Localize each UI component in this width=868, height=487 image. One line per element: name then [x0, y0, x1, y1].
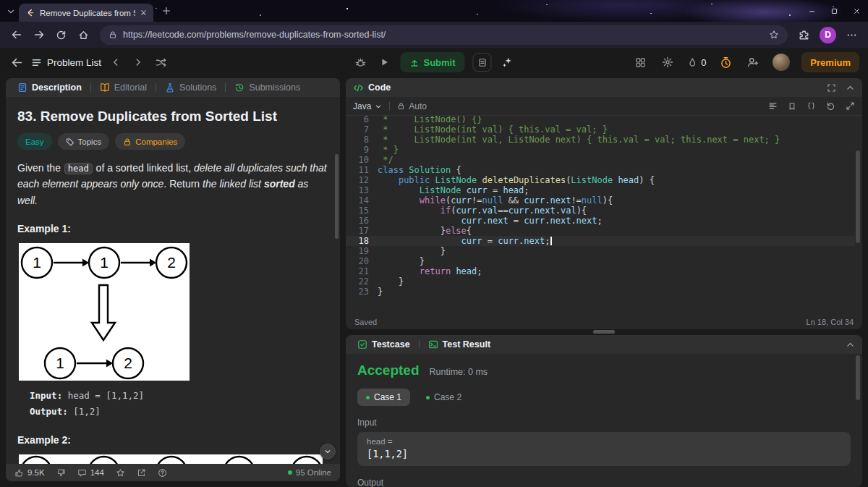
- star-button[interactable]: [116, 468, 125, 478]
- input-field-name: head =: [367, 437, 841, 446]
- streak-counter[interactable]: 0: [687, 57, 706, 68]
- code-editor-panel: Code Java Auto 6 * ListNode() {}7 * List…: [346, 78, 862, 329]
- maximize-editor-icon[interactable]: [846, 101, 855, 111]
- code-line-20[interactable]: 20 }: [346, 256, 855, 266]
- braces-icon[interactable]: [807, 101, 816, 111]
- test-scrollbar[interactable]: [856, 355, 860, 400]
- testcase-input-box[interactable]: head = [1,1,2]: [357, 432, 851, 466]
- fullscreen-icon[interactable]: [827, 83, 836, 93]
- dislike-button[interactable]: [56, 468, 66, 478]
- help-button[interactable]: [158, 468, 167, 478]
- window-minimize-button[interactable]: [801, 0, 823, 22]
- code-line-9[interactable]: 9 * }: [346, 145, 855, 155]
- code-lines: 6 * ListNode() {}7 * ListNode(int val) {…: [346, 116, 855, 297]
- panel-resize-handle[interactable]: [593, 330, 615, 334]
- code-line-18[interactable]: 18 curr = curr.next;: [346, 236, 855, 246]
- thumbs-down-icon: [56, 468, 66, 478]
- tab-search-icon[interactable]: [7, 7, 15, 16]
- tab-close-icon[interactable]: [140, 9, 147, 16]
- browser-refresh-button[interactable]: [51, 25, 72, 46]
- bookmark-icon[interactable]: [788, 102, 796, 111]
- back-arrow-icon[interactable]: [9, 54, 25, 70]
- topics-label: Topics: [78, 137, 102, 146]
- browser-profile-avatar[interactable]: D: [820, 27, 836, 43]
- collapse-panel-icon[interactable]: [846, 83, 855, 93]
- difficulty-badge[interactable]: Easy: [17, 133, 52, 150]
- code-line-16[interactable]: 16 curr.next = curr.next.next;: [346, 216, 855, 226]
- timer-icon[interactable]: [718, 54, 733, 70]
- tab-testcase[interactable]: Testcase: [353, 339, 414, 350]
- code-line-7[interactable]: 7 * ListNode(int val) { this.val = val; …: [346, 124, 855, 135]
- code-line-17[interactable]: 17 }else{: [346, 226, 855, 236]
- submit-button[interactable]: Submit: [400, 52, 464, 72]
- browser-tab[interactable]: Remove Duplicates from Sorted: [19, 4, 153, 22]
- code-editor[interactable]: 6 * ListNode() {}7 * ListNode(int val) {…: [346, 116, 855, 314]
- reset-code-icon[interactable]: [826, 101, 835, 111]
- debug-icon[interactable]: [352, 54, 368, 70]
- code-line-content: return head;: [378, 266, 482, 276]
- case-1-tab[interactable]: Case 1: [357, 389, 410, 406]
- code-line-content: }: [378, 246, 446, 256]
- description-content[interactable]: 83. Remove Duplicates from Sorted List E…: [6, 97, 340, 464]
- scroll-down-button[interactable]: [320, 444, 336, 460]
- companies-label: Companies: [135, 137, 177, 146]
- premium-button[interactable]: Premium: [801, 52, 859, 72]
- code-line-23[interactable]: 23}: [346, 287, 855, 297]
- code-line-11[interactable]: 11class Solution {: [346, 165, 855, 175]
- case-passed-dot: [366, 396, 370, 399]
- url-bar[interactable]: https://leetcode.com/problems/remove-dup…: [100, 25, 788, 45]
- tab-description[interactable]: Description: [13, 82, 86, 93]
- editor-scrollbar[interactable]: [856, 151, 860, 243]
- topics-badge[interactable]: Topics: [58, 133, 110, 150]
- format-code-icon[interactable]: [768, 101, 778, 111]
- new-tab-icon[interactable]: [162, 7, 171, 15]
- code-line-15[interactable]: 15 if(curr.val==curr.next.val){: [346, 206, 855, 216]
- problem-list-button[interactable]: Problem List: [31, 57, 101, 68]
- language-selector[interactable]: Java: [353, 101, 382, 111]
- star-icon: [116, 468, 125, 478]
- testcase-tab-label: Testcase: [372, 339, 410, 350]
- code-line-14[interactable]: 14 while(curr!=null && curr.next!=null){: [346, 195, 855, 206]
- browser-menu-icon[interactable]: [841, 25, 862, 46]
- browser-back-button[interactable]: [6, 25, 27, 46]
- code-line-21[interactable]: 21 return head;: [346, 266, 855, 276]
- window-close-button[interactable]: [846, 0, 868, 22]
- like-button[interactable]: 9.5K: [14, 468, 45, 478]
- code-line-6[interactable]: 6 * ListNode() {}: [346, 116, 855, 124]
- line-number: 16: [346, 216, 369, 226]
- share-button[interactable]: [137, 468, 146, 478]
- tab-solutions[interactable]: Solutions: [161, 82, 221, 93]
- layout-grid-icon[interactable]: [632, 54, 648, 70]
- favorite-page-icon[interactable]: [769, 30, 779, 40]
- auto-format-toggle[interactable]: Auto: [397, 101, 427, 111]
- prev-problem-icon[interactable]: [108, 54, 124, 70]
- code-line-13[interactable]: 13 ListNode curr = head;: [346, 185, 855, 195]
- shuffle-icon[interactable]: [153, 54, 169, 70]
- collapse-test-panel-icon[interactable]: [846, 340, 855, 350]
- verdict-row: Accepted Runtime: 0 ms: [357, 363, 851, 378]
- browser-home-button[interactable]: [73, 25, 94, 46]
- description-scrollbar[interactable]: [335, 154, 339, 239]
- code-line-12[interactable]: 12 public ListNode deleteDuplicates(List…: [346, 175, 855, 185]
- browser-forward-button[interactable]: [28, 25, 49, 46]
- code-line-19[interactable]: 19 }: [346, 246, 855, 256]
- companies-badge[interactable]: Companies: [115, 133, 185, 150]
- case-2-tab[interactable]: Case 2: [417, 389, 470, 406]
- extensions-icon[interactable]: [793, 25, 814, 46]
- notes-button[interactable]: [473, 53, 492, 72]
- code-line-8[interactable]: 8 * ListNode(int val, ListNode next) { t…: [346, 135, 855, 145]
- invite-user-icon[interactable]: [745, 54, 761, 70]
- code-line-10[interactable]: 10 */: [346, 155, 855, 165]
- run-icon[interactable]: [376, 54, 392, 70]
- tab-submissions[interactable]: Submissions: [230, 82, 305, 93]
- user-avatar[interactable]: [773, 54, 790, 71]
- settings-gear-icon[interactable]: [660, 54, 676, 70]
- window-maximize-button[interactable]: [823, 0, 846, 22]
- comments-button[interactable]: 144: [77, 468, 104, 478]
- cursor-position[interactable]: Ln 18, Col 34: [807, 318, 854, 326]
- code-line-22[interactable]: 22 }: [346, 276, 855, 287]
- tab-test-result[interactable]: Test Result: [424, 339, 495, 350]
- tab-editorial[interactable]: Editorial: [95, 82, 151, 93]
- ai-sparkle-icon[interactable]: [500, 54, 516, 70]
- next-problem-icon[interactable]: [130, 54, 146, 70]
